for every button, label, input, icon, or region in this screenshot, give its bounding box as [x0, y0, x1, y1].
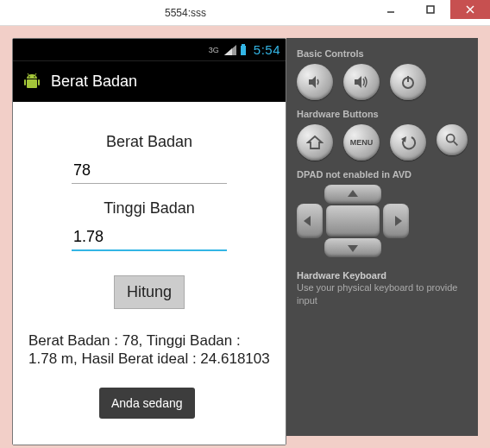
dpad-label: DPAD: [297, 169, 323, 180]
signal-icon: [224, 45, 236, 55]
app-body: Berat Badan Tinggi Badan Hitung Berat Ba…: [13, 102, 286, 445]
dpad-left[interactable]: [297, 204, 323, 238]
android-statusbar: 3G 5:54: [13, 39, 286, 60]
height-field-wrap: [72, 224, 227, 251]
weight-input[interactable]: [72, 158, 227, 183]
hardware-buttons-row: MENU: [297, 124, 468, 161]
result-text: Berat Badan : 78, Tinggi Badan : 1.78 m,…: [28, 331, 270, 369]
hardware-buttons-label: Hardware Buttons: [297, 109, 468, 119]
height-label: Tinggi Badan: [104, 199, 194, 218]
svg-marker-15: [309, 76, 316, 88]
power-button[interactable]: [390, 64, 426, 100]
svg-rect-6: [241, 46, 246, 55]
weight-field-wrap: [72, 158, 227, 184]
menu-button[interactable]: MENU: [343, 124, 380, 161]
keyboard-label: Hardware Keyboard: [297, 269, 468, 281]
client-area: 3G 5:54 Berat Badan Berat Bad: [0, 26, 490, 448]
clock: 5:54: [254, 42, 280, 57]
keyboard-note: Hardware Keyboard Use your physical keyb…: [297, 269, 468, 306]
app-title: Berat Badan: [51, 73, 137, 91]
search-button[interactable]: [437, 124, 468, 155]
svg-rect-7: [242, 44, 245, 46]
svg-marker-19: [308, 136, 322, 148]
home-button[interactable]: [297, 124, 333, 161]
svg-point-21: [447, 135, 455, 142]
dpad-section: DPAD not enabled in AVD: [297, 169, 468, 180]
android-icon: [22, 72, 42, 92]
emulator-row: 3G 5:54 Berat Badan Berat Bad: [12, 38, 478, 436]
network-indicator: 3G: [209, 46, 219, 54]
svg-marker-5: [224, 48, 232, 55]
keyboard-hint: Use your physical keyboard to provide in…: [297, 282, 457, 305]
dpad-down[interactable]: [324, 238, 381, 257]
dpad-right[interactable]: [383, 204, 409, 238]
close-button[interactable]: [450, 0, 490, 19]
svg-point-11: [28, 76, 30, 78]
back-button[interactable]: [390, 124, 426, 161]
emulator-window: 5554:sss 3G: [0, 0, 490, 448]
emulator-side-panel: Basic Controls Hardware Buttons: [286, 38, 478, 436]
toast: Anda sedang: [99, 388, 195, 419]
svg-rect-10: [38, 79, 40, 85]
maximize-button[interactable]: [411, 0, 450, 19]
svg-line-22: [454, 142, 458, 146]
action-bar: Berat Badan: [13, 60, 286, 102]
dpad-up[interactable]: [324, 185, 381, 204]
dpad-status: not enabled in AVD: [325, 169, 411, 180]
dpad: [297, 185, 409, 257]
svg-rect-8: [27, 79, 37, 88]
battery-icon: [240, 44, 247, 56]
window-title: 5554:sss: [0, 7, 371, 19]
volume-up-button[interactable]: [343, 64, 380, 100]
minimize-button[interactable]: [371, 0, 411, 19]
dpad-center[interactable]: [326, 205, 380, 237]
height-input[interactable]: [72, 224, 227, 249]
weight-label: Berat Badan: [106, 133, 192, 151]
svg-rect-9: [24, 79, 26, 85]
basic-controls-label: Basic Controls: [297, 48, 468, 59]
titlebar: 5554:sss: [0, 0, 490, 26]
svg-point-12: [34, 76, 35, 78]
svg-rect-1: [427, 6, 434, 13]
svg-marker-16: [355, 76, 361, 88]
device-screen: 3G 5:54 Berat Badan Berat Bad: [12, 38, 286, 445]
window-buttons: [371, 0, 490, 25]
basic-controls-row: [297, 64, 468, 100]
calculate-button[interactable]: Hitung: [114, 275, 185, 309]
volume-down-button[interactable]: [297, 64, 333, 100]
